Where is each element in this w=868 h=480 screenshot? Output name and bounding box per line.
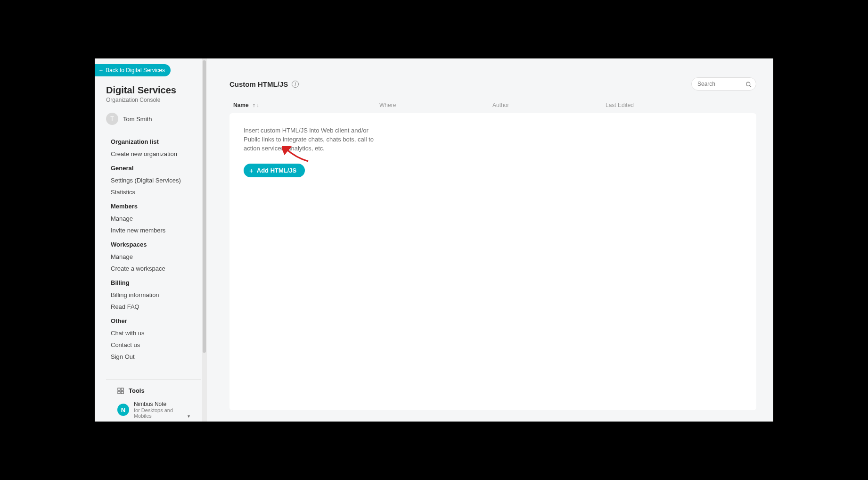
- nav-group-general: General Settings (Digital Services) Stat…: [95, 160, 203, 198]
- nav-head-workspaces: Workspaces: [111, 241, 192, 248]
- nav-head-general: General: [111, 165, 192, 172]
- nav-head-org[interactable]: Organization list: [111, 138, 192, 145]
- nav-head-billing: Billing: [111, 279, 192, 286]
- nav-item-workspaces-create[interactable]: Create a workspace: [111, 263, 192, 274]
- svg-rect-2: [118, 391, 120, 394]
- nav-item-billing-faq[interactable]: Read FAQ: [111, 301, 192, 313]
- col-author[interactable]: Author: [492, 102, 606, 108]
- svg-point-4: [746, 82, 750, 86]
- sort-desc-icon[interactable]: ↓: [256, 102, 259, 108]
- col-where[interactable]: Where: [379, 102, 492, 108]
- nav-item-chat[interactable]: Chat with us: [111, 327, 192, 339]
- search-icon[interactable]: [745, 81, 752, 87]
- nav-head-members: Members: [111, 203, 192, 210]
- sidebar-scrollbar[interactable]: [202, 58, 207, 422]
- nav-group-other: Other Chat with us Contact us Sign Out: [95, 313, 203, 363]
- avatar: T: [106, 113, 118, 125]
- sort-asc-icon[interactable]: ↑: [253, 102, 255, 108]
- brand-block: Digital Services Organization Console: [95, 76, 203, 105]
- nav-group-org: Organization list Create new organizatio…: [95, 133, 203, 160]
- nav-item-signout[interactable]: Sign Out: [111, 351, 192, 363]
- nav-head-other: Other: [111, 317, 192, 324]
- product-text: Nimbus Note for Desktops and Mobiles: [134, 401, 190, 419]
- empty-state-hint: Insert custom HTML/JS into Web client an…: [244, 126, 385, 153]
- content-card: Insert custom HTML/JS into Web client an…: [229, 113, 756, 410]
- back-button-label: Back to Digital Services: [106, 67, 165, 74]
- back-to-services-button[interactable]: ← Back to Digital Services: [95, 64, 171, 76]
- main-header: Custom HTML/JS i: [229, 77, 756, 91]
- nav-item-workspaces-manage[interactable]: Manage: [111, 251, 192, 263]
- add-html-js-button[interactable]: + Add HTML/JS: [244, 164, 305, 177]
- sort-icons[interactable]: ↑ ↓: [253, 102, 259, 108]
- add-button-label: Add HTML/JS: [257, 167, 297, 174]
- nav-item-statistics[interactable]: Statistics: [111, 186, 192, 198]
- nav-group-members: Members Manage Invite new members: [95, 198, 203, 236]
- product-logo: N: [117, 404, 129, 416]
- nav-item-billing-info[interactable]: Billing information: [111, 289, 192, 301]
- user-name: Tom Smith: [123, 116, 152, 123]
- page-title: Custom HTML/JS: [229, 80, 288, 88]
- nav-item-members-invite[interactable]: Invite new members: [111, 224, 192, 236]
- col-last-edited[interactable]: Last Edited: [606, 102, 753, 108]
- plus-icon: +: [249, 167, 254, 174]
- main-area: Custom HTML/JS i Name ↑ ↓ Where: [203, 58, 773, 422]
- nav-item-members-manage[interactable]: Manage: [111, 213, 192, 224]
- sidebar: ← Back to Digital Services Digital Servi…: [95, 58, 203, 422]
- col-name-label: Name: [233, 102, 249, 108]
- tools-label: Tools: [129, 387, 145, 394]
- svg-rect-3: [121, 391, 123, 394]
- info-icon[interactable]: i: [292, 81, 299, 88]
- sidebar-nav: Organization list Create new organizatio…: [95, 129, 203, 363]
- scrollbar-thumb[interactable]: [203, 60, 206, 353]
- chevron-down-icon[interactable]: ▾: [188, 414, 190, 419]
- arrow-left-icon: ←: [98, 67, 104, 73]
- brand-title: Digital Services: [106, 85, 192, 96]
- tools-row[interactable]: Tools: [117, 385, 190, 399]
- nav-item-contact[interactable]: Contact us: [111, 339, 192, 351]
- search-wrap: [691, 77, 756, 91]
- user-row[interactable]: T Tom Smith: [95, 105, 203, 129]
- nav-item-settings[interactable]: Settings (Digital Services): [111, 174, 192, 186]
- product-name: Nimbus Note: [134, 401, 190, 407]
- svg-line-5: [750, 85, 751, 87]
- page-title-wrap: Custom HTML/JS i: [229, 80, 299, 88]
- col-name[interactable]: Name ↑ ↓: [233, 102, 379, 108]
- svg-rect-1: [121, 388, 123, 390]
- product-sub: for Desktops and Mobiles: [134, 407, 190, 419]
- svg-rect-0: [118, 388, 120, 390]
- nav-item-create-org[interactable]: Create new organization: [111, 148, 192, 160]
- nav-group-workspaces: Workspaces Manage Create a workspace: [95, 236, 203, 274]
- table-header: Name ↑ ↓ Where Author Last Edited: [229, 102, 756, 113]
- app-window: ← Back to Digital Services Digital Servi…: [95, 58, 773, 422]
- sidebar-bottom: Tools N Nimbus Note for Desktops and Mob…: [106, 379, 201, 422]
- grid-icon: [117, 388, 124, 394]
- nav-group-billing: Billing Billing information Read FAQ: [95, 274, 203, 313]
- brand-subtitle: Organization Console: [106, 97, 192, 103]
- product-row[interactable]: N Nimbus Note for Desktops and Mobiles ▾: [117, 399, 190, 421]
